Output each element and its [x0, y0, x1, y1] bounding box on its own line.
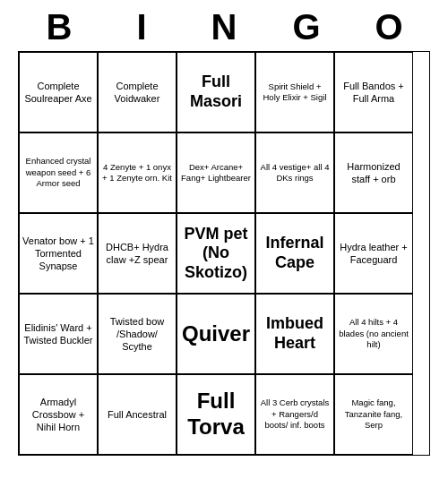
cell-text-10: Venator bow + 1 Tormented Synapse: [22, 235, 94, 273]
cell-text-4: Full Bandos + Full Arma: [338, 80, 409, 106]
cell-text-2: Full Masori: [180, 73, 252, 111]
cell-text-16: Twisted bow /Shadow/ Scythe: [101, 315, 173, 354]
bingo-cell-24: Magic fang, Tanzanite fang, Serp: [334, 374, 413, 455]
cell-text-8: All 4 vestige+ all 4 DKs rings: [259, 162, 331, 184]
bingo-cell-23: All 3 Cerb crystals + Rangers/d boots/ i…: [255, 374, 334, 455]
cell-text-14: Hydra leather + Faceguard: [338, 241, 409, 267]
cell-text-21: Full Ancestral: [108, 408, 167, 421]
bingo-cell-0: Complete Soulreaper Axe: [19, 52, 98, 132]
cell-text-19: All 4 hilts + 4 blades (no ancient hilt): [338, 317, 409, 350]
cell-text-12: PVM pet (No Skotizo): [180, 225, 252, 283]
bingo-cell-1: Complete Voidwaker: [98, 52, 177, 132]
cell-text-20: Armadyl Crossbow + Nihil Horn: [22, 396, 94, 434]
letter-b: B: [20, 7, 99, 47]
letter-n: N: [185, 7, 263, 47]
bingo-cell-16: Twisted bow /Shadow/ Scythe: [98, 294, 177, 374]
bingo-cell-5: Enhanced crystal weapon seed + 6 Armor s…: [19, 132, 98, 213]
bingo-cell-3: Spirit Shield + Holy Elixir + Sigil: [255, 52, 334, 132]
bingo-cell-11: DHCB+ Hydra claw +Z spear: [98, 213, 177, 294]
cell-text-13: Infernal Cape: [259, 234, 331, 272]
cell-text-7: Dex+ Arcane+ Fang+ Lightbearer: [180, 162, 252, 184]
cell-text-3: Spirit Shield + Holy Elixir + Sigil: [259, 81, 331, 104]
cell-text-22: Full Torva: [180, 389, 252, 440]
cell-text-1: Complete Voidwaker: [101, 80, 173, 106]
cell-text-0: Complete Soulreaper Axe: [22, 80, 94, 106]
cell-text-5: Enhanced crystal weapon seed + 6 Armor s…: [22, 156, 94, 189]
cell-text-9: Harmonized staff + orb: [338, 160, 409, 186]
letter-i: I: [102, 7, 181, 47]
bingo-cell-7: Dex+ Arcane+ Fang+ Lightbearer: [177, 132, 255, 213]
bingo-cell-10: Venator bow + 1 Tormented Synapse: [19, 213, 98, 294]
bingo-cell-13: Infernal Cape: [255, 213, 334, 294]
bingo-grid: Complete Soulreaper AxeComplete Voidwake…: [18, 51, 430, 456]
cell-text-15: Elidinis' Ward + Twisted Buckler: [22, 321, 94, 347]
letter-g: G: [267, 7, 346, 47]
cell-text-24: Magic fang, Tanzanite fang, Serp: [338, 397, 409, 431]
cell-text-11: DHCB+ Hydra claw +Z spear: [101, 241, 173, 267]
cell-text-6: 4 Zenyte + 1 onyx + 1 Zenyte orn. Kit: [101, 162, 173, 184]
bingo-cell-9: Harmonized staff + orb: [334, 132, 413, 213]
cell-text-18: Imbued Heart: [259, 314, 331, 353]
cell-text-23: All 3 Cerb crystals + Rangers/d boots/ i…: [259, 397, 331, 431]
bingo-cell-6: 4 Zenyte + 1 onyx + 1 Zenyte orn. Kit: [98, 132, 177, 213]
bingo-cell-22: Full Torva: [177, 374, 255, 455]
bingo-cell-8: All 4 vestige+ all 4 DKs rings: [255, 132, 334, 213]
bingo-cell-14: Hydra leather + Faceguard: [334, 213, 413, 294]
bingo-cell-18: Imbued Heart: [255, 294, 334, 374]
bingo-cell-12: PVM pet (No Skotizo): [177, 213, 255, 294]
bingo-cell-20: Armadyl Crossbow + Nihil Horn: [19, 374, 98, 455]
cell-text-17: Quiver: [182, 321, 250, 347]
bingo-cell-21: Full Ancestral: [98, 374, 177, 455]
bingo-cell-2: Full Masori: [177, 52, 255, 132]
bingo-cell-4: Full Bandos + Full Arma: [334, 52, 413, 132]
bingo-cell-17: Quiver: [177, 294, 255, 374]
letter-o: O: [349, 7, 428, 47]
bingo-cell-19: All 4 hilts + 4 blades (no ancient hilt): [334, 294, 413, 374]
bingo-cell-15: Elidinis' Ward + Twisted Buckler: [19, 294, 98, 374]
bingo-title-row: B I N G O: [18, 0, 430, 51]
